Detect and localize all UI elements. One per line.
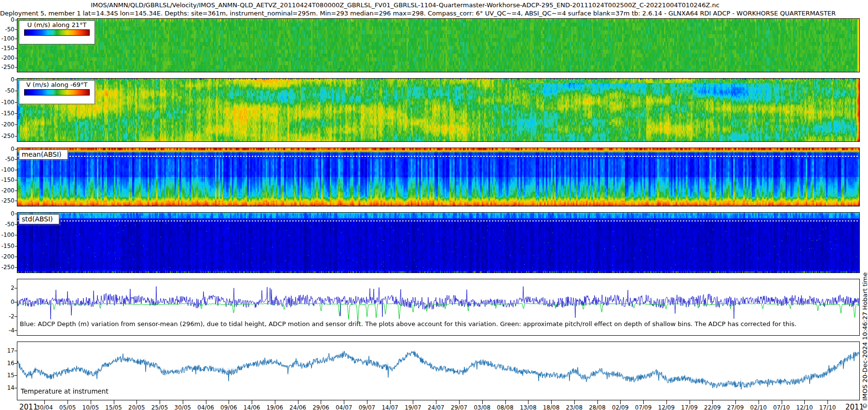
depth-tick-label: -100 [0,35,14,42]
date-tick-mark [44,400,45,404]
date-tick-mark [436,400,436,404]
value-tick-label: 15 [0,372,14,379]
imos-watermark: © IMOS 20-Dec-2024 10:46:27 Hobart time [861,272,868,409]
depth-tick-label: -200 [0,121,14,128]
depth-tick-label: -100 [0,166,14,173]
date-tick-mark [804,400,805,404]
depth-tick-label: -200 [0,55,14,61]
depth-tick-mark [15,29,17,30]
date-tick-label: 30/05 [175,404,191,410]
depth-tick-mark [15,246,17,246]
date-tick-mark [735,400,736,404]
date-tick-label: 24/06 [289,404,306,410]
date-tick-label: 27/09 [727,404,744,410]
date-tick-label: 12/10 [796,404,813,410]
depth-tick-label: -200 [0,253,14,260]
mean-absi-panel: mean(ABSI) [17,148,860,206]
std-absi-panel: std(ABSI) [17,212,860,273]
date-tick-label: 08/08 [497,404,514,410]
date-tick-label: 15/05 [105,404,122,410]
depth-tick-label: -250 [0,64,14,70]
date-tick-label: 14/06 [244,404,260,410]
date-tick-label: 20/05 [128,404,145,410]
u-legend-title: U (m/s) along 21°T [22,21,92,29]
value-tick-mark [14,330,17,331]
temperature-panel: Temperature at instrument [17,342,860,400]
adcp-figure: IMOS/ANMN/QLD/GBRLSL/Velocity/IMOS_ANMN-… [0,0,868,410]
date-tick-mark [759,400,759,404]
depth-tick-mark [15,39,17,39]
date-tick-label: 18/08 [543,404,560,410]
depth-tick-label: -150 [0,243,14,249]
depth-tick-mark [15,224,17,225]
value-tick-label: 14 [0,384,14,391]
depth-tick-label: -50 [0,156,14,163]
date-tick-mark [390,400,391,404]
value-tick-label: 16 [0,360,14,367]
depth-tick-label: 0 [0,16,14,23]
value-tick-mark [14,363,17,364]
date-tick-mark [505,400,506,404]
figure-title-line2: Deployment 5, member 1 lat=14.34S lon=14… [0,10,776,17]
value-tick-label: 2 [0,285,14,291]
depth-tick-mark [15,48,17,49]
date-tick-label: 05/05 [59,404,76,410]
date-tick-mark [321,400,321,404]
date-tick-mark [643,400,644,404]
date-tick-mark [597,400,598,404]
depth-tick-mark [15,235,17,235]
depth-tick-label: -250 [0,264,14,271]
depth-tick-label: 0 [0,146,14,152]
u-colorbar-legend: U (m/s) along 21°T [19,20,95,44]
date-tick-mark [482,400,483,404]
depth-tick-mark [15,91,17,91]
depth-tick-mark [15,159,17,160]
v-colorbar-gradient [24,89,90,96]
depth-tick-label: -150 [0,110,14,117]
date-tick-label: 02/10 [750,404,767,410]
mean-absi-heatmap [17,148,859,206]
date-tick-label: 29/07 [451,404,468,410]
value-tick-label: -2 [0,313,14,320]
date-tick-mark [136,400,137,404]
v-colorbar-ticks [22,96,92,103]
date-tick-label: 09/06 [220,404,237,410]
date-tick-label: 22/09 [704,404,721,410]
value-tick-mark [14,351,17,351]
depth-tick-mark [15,149,17,150]
date-tick-mark [827,400,828,404]
date-tick-label: 19/07 [405,404,421,410]
depth-variation-panel: Blue: ADCP Depth (m) variation from sens… [17,279,860,336]
date-tick-label: 25/05 [151,404,168,410]
date-tick-label: 10/05 [82,404,99,410]
date-tick-label: 12/09 [658,404,675,410]
date-tick-label: 02/09 [612,404,629,410]
u-colorbar-ticks [22,36,92,43]
depth-tick-mark [15,113,17,114]
depth-variation-annotation: Blue: ADCP Depth (m) variation from sens… [20,320,797,328]
depth-tick-mark [15,67,17,68]
value-tick-mark [14,288,17,288]
v-velocity-panel: V (m/s) along -69°T [17,78,860,142]
value-tick-label: -4 [0,327,14,334]
depth-tick-label: -100 [0,99,14,106]
date-tick-mark [183,400,183,404]
depth-tick-mark [15,136,17,137]
date-tick-mark [252,400,252,404]
value-tick-mark [14,316,17,317]
date-tick-label: 14/07 [381,404,398,410]
depth-tick-label: -150 [0,177,14,183]
date-tick-label: 29/06 [312,404,329,410]
date-tick-mark [528,400,529,404]
date-tick-label: 04/07 [336,404,353,410]
date-tick-label: 30/04 [36,404,53,410]
depth-tick-label: -50 [0,87,14,94]
year-label-left: 2011 [19,403,38,410]
value-tick-label: 17 [0,347,14,354]
depth-tick-label: -100 [0,232,14,238]
date-tick-mark [712,400,713,404]
depth-tick-label: -150 [0,45,14,52]
date-tick-label: 23/08 [566,404,583,410]
value-tick-mark [14,375,17,376]
date-tick-label: 24/07 [428,404,445,410]
